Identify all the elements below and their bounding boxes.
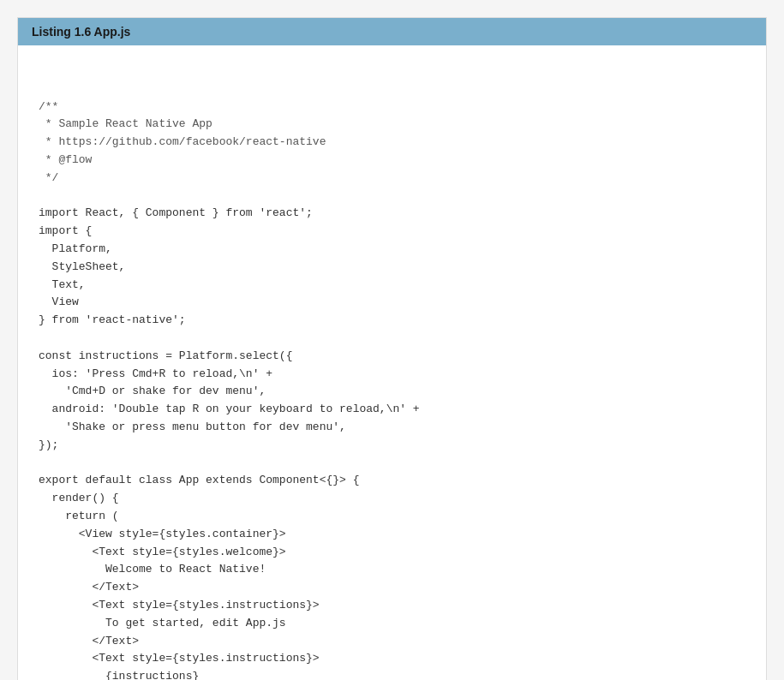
code-line: <Text style={styles.instructions}>	[39, 597, 745, 615]
code-block: /** * Sample React Native App * https://…	[18, 45, 766, 680]
code-line: export default class App extends Compone…	[39, 472, 745, 490]
code-line: </Text>	[39, 579, 745, 597]
code-line: View	[39, 294, 745, 312]
code-line: * Sample React Native App	[39, 116, 745, 134]
code-line: 'Cmd+D or shake for dev menu',	[39, 383, 745, 401]
code-line	[39, 455, 745, 473]
code-line: /**	[39, 98, 745, 116]
code-line	[39, 188, 745, 206]
code-line: Welcome to React Native!	[39, 561, 745, 579]
code-line: android: 'Double tap R on your keyboard …	[39, 401, 745, 419]
code-line: */	[39, 170, 745, 188]
code-line: <View style={styles.container}>	[39, 526, 745, 544]
code-line: <Text style={styles.instructions}>	[39, 650, 745, 668]
code-line: To get started, edit App.js	[39, 615, 745, 633]
code-line: } from 'react-native';	[39, 312, 745, 330]
code-line: 'Shake or press menu button for dev menu…	[39, 419, 745, 437]
code-line: * https://github.com/facebook/react-nati…	[39, 134, 745, 152]
code-line: {instructions}	[39, 668, 745, 680]
code-line: </Text>	[39, 633, 745, 651]
code-line: import {	[39, 223, 745, 241]
code-line: * @flow	[39, 152, 745, 170]
code-line: Platform,	[39, 241, 745, 259]
listing-title: Listing 1.6 App.js	[32, 25, 130, 39]
code-line: });	[39, 437, 745, 455]
code-line: render() {	[39, 490, 745, 508]
code-line: import React, { Component } from 'react'…	[39, 205, 745, 223]
code-line: return (	[39, 508, 745, 526]
code-line: ios: 'Press Cmd+R to reload,\n' +	[39, 366, 745, 384]
code-listing-container: Listing 1.6 App.js /** * Sample React Na…	[17, 17, 767, 680]
code-line: StyleSheet,	[39, 259, 745, 277]
code-line: const instructions = Platform.select({	[39, 348, 745, 366]
listing-header: Listing 1.6 App.js	[18, 18, 766, 45]
code-line	[39, 330, 745, 348]
code-line: <Text style={styles.welcome}>	[39, 544, 745, 562]
code-line: Text,	[39, 277, 745, 295]
